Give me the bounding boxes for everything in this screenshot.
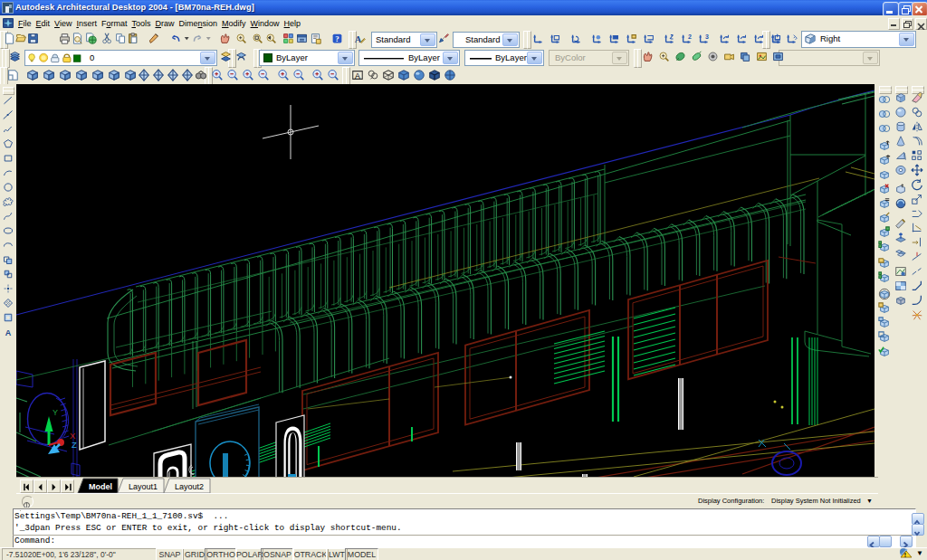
svg-text:Y: Y bbox=[53, 408, 58, 417]
svg-text:A: A bbox=[355, 71, 360, 81]
svg-text:Model: Model bbox=[89, 482, 112, 491]
svg-text:A: A bbox=[5, 328, 12, 337]
svg-text:Z: Z bbox=[72, 440, 77, 450]
svg-text:?: ? bbox=[335, 34, 339, 43]
svg-text:!: ! bbox=[904, 552, 906, 558]
svg-text:2: 2 bbox=[688, 33, 692, 40]
svg-text:3: 3 bbox=[705, 33, 709, 40]
svg-text:Layout1: Layout1 bbox=[129, 482, 158, 491]
svg-text:Layout2: Layout2 bbox=[175, 482, 204, 491]
